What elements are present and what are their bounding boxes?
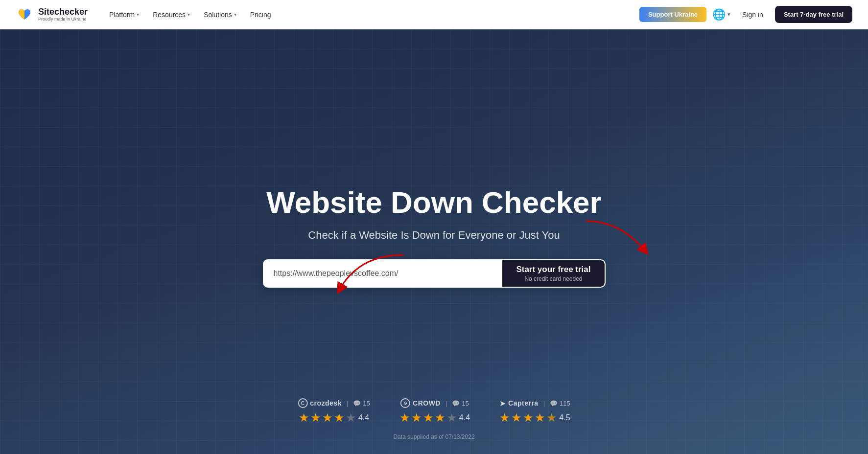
hero-subtitle: Check if a Website Is Down for Everyone … (263, 229, 606, 242)
crozdesk-icon: C (298, 398, 307, 408)
chevron-down-icon: ▾ (727, 11, 730, 18)
arrow-right-icon (581, 216, 659, 265)
nav-right: Support Ukraine 🌐 ▾ Sign in Start 7-day … (639, 6, 852, 23)
page-title: Website Down Checker (263, 186, 606, 219)
support-ukraine-button[interactable]: Support Ukraine (639, 7, 706, 22)
start-trial-button[interactable]: Start 7-day free trial (775, 6, 852, 23)
stars: ★ ★ ★ ★ ★ (299, 411, 356, 425)
capterra-icon: ➤ (499, 399, 506, 408)
g2crowd-icon: G (400, 398, 410, 408)
g2crowd-rating: G CROWD | 💬 15 ★ ★ ★ ★ ★ 4.4 (399, 398, 470, 425)
nav-solutions[interactable]: Solutions ▾ (198, 7, 242, 23)
hero-section: Website Down Checker Check if a Website … (0, 29, 868, 454)
globe-icon: 🌐 (712, 8, 726, 21)
signin-button[interactable]: Sign in (736, 7, 769, 23)
logo-text: Sitechecker Proudly made in Ukraine (38, 7, 88, 22)
chevron-down-icon: ▾ (188, 12, 190, 17)
nav-platform[interactable]: Platform ▾ (103, 7, 145, 23)
hero-content: Website Down Checker Check if a Website … (263, 186, 606, 288)
ratings-section: C crozdesk | 💬 15 ★ ★ ★ ★ ★ 4.4 (298, 398, 570, 425)
chat-icon: 💬 (550, 400, 558, 407)
nav-pricing[interactable]: Pricing (244, 7, 277, 23)
arrow-left-icon (330, 250, 408, 299)
chat-icon: 💬 (353, 400, 361, 407)
chevron-down-icon: ▾ (137, 12, 139, 17)
chevron-down-icon: ▾ (234, 12, 236, 17)
logo-icon (16, 6, 33, 23)
crozdesk-rating: C crozdesk | 💬 15 ★ ★ ★ ★ ★ 4.4 (298, 398, 370, 425)
nav-resources[interactable]: Resources ▾ (147, 7, 196, 23)
data-note: Data supplied as of 07/13/2022 (393, 433, 474, 440)
stars: ★ ★ ★ ★ ★ (499, 411, 557, 425)
navbar: Sitechecker Proudly made in Ukraine Plat… (0, 0, 868, 29)
logo[interactable]: Sitechecker Proudly made in Ukraine (16, 6, 88, 23)
stars: ★ ★ ★ ★ ★ (399, 411, 457, 425)
url-search-box: Start your free trial No credit card nee… (263, 259, 606, 288)
nav-links: Platform ▾ Resources ▾ Solutions ▾ Prici… (103, 7, 639, 23)
language-selector[interactable]: 🌐 ▾ (712, 8, 730, 21)
capterra-rating: ➤ Capterra | 💬 115 ★ ★ ★ ★ ★ 4.5 (499, 399, 570, 425)
chat-icon: 💬 (452, 400, 460, 407)
